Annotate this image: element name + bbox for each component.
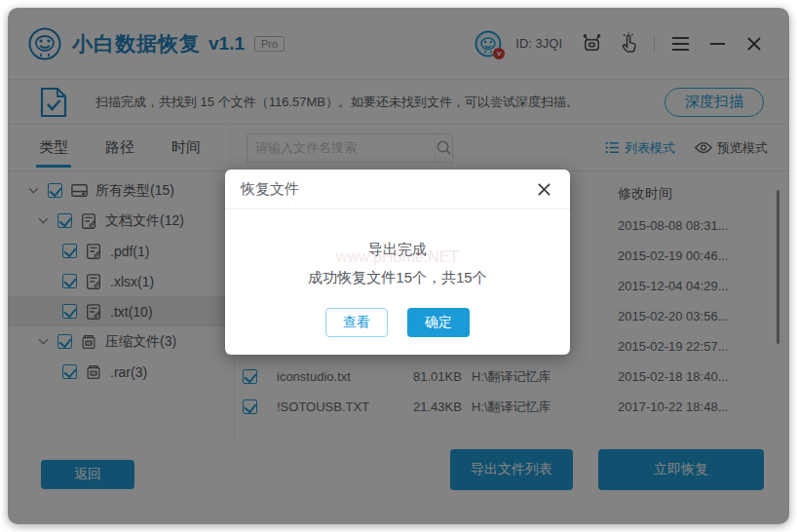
recover-summary-text: 成功恢复文件15个，共15个 <box>225 263 570 291</box>
ok-button[interactable]: 确定 <box>407 308 470 337</box>
view-button[interactable]: 查看 <box>325 308 388 337</box>
app-window: 小白数据恢复 v1.1 Pro v ID: 3JQI <box>8 8 789 524</box>
dialog-close-icon[interactable] <box>533 178 554 200</box>
export-complete-text: 导出完成 <box>225 235 570 263</box>
dialog-body: www.pHome.NET 导出完成 成功恢复文件15个，共15个 <box>225 209 570 291</box>
dialog-header: 恢复文件 <box>225 170 570 209</box>
dialog-title: 恢复文件 <box>241 180 299 199</box>
recover-files-dialog: 恢复文件 www.pHome.NET 导出完成 成功恢复文件15个，共15个 查… <box>225 170 570 355</box>
